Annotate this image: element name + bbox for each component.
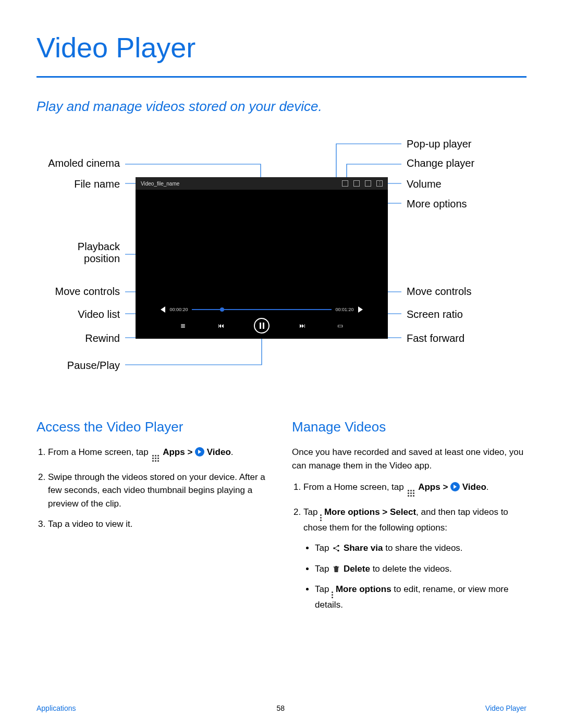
callout-playback-position: Playback position bbox=[36, 241, 120, 265]
manage-bullet-delete: Tap Delete to delete the videos. bbox=[315, 562, 527, 576]
manage-bullet-share: Tap Share via to share the videos. bbox=[315, 541, 527, 555]
footer-page-number: 58 bbox=[276, 704, 285, 712]
callout-move-controls-right: Move controls bbox=[407, 286, 472, 298]
more-options-icon bbox=[320, 514, 322, 521]
access-step-1: From a Home screen, tap Apps > Video. bbox=[48, 446, 271, 463]
footer-right: Video Player bbox=[485, 704, 527, 712]
time-current: 00:00:20 bbox=[169, 307, 188, 312]
callout-amoled-cinema: Amoled cinema bbox=[36, 157, 120, 169]
footer-left: Applications bbox=[36, 704, 76, 712]
move-controls-left-icon[interactable] bbox=[161, 306, 165, 313]
volume-icon[interactable] bbox=[365, 180, 371, 187]
manage-bullets: Tap Share via to share the videos. Tap D… bbox=[303, 541, 527, 612]
apps-icon bbox=[406, 489, 415, 498]
fast-forward-icon[interactable]: ⏭ bbox=[298, 321, 307, 330]
seek-bar[interactable] bbox=[192, 309, 331, 310]
body-columns: Access the Video Player From a Home scre… bbox=[36, 417, 527, 619]
timeline: 00:00:20 00:01:20 bbox=[161, 306, 362, 313]
share-icon bbox=[332, 544, 341, 553]
manage-intro: Once you have recorded and saved at leas… bbox=[292, 446, 527, 472]
callout-pause-play: Pause/Play bbox=[36, 360, 120, 372]
callout-change-player: Change player bbox=[407, 157, 474, 169]
callout-move-controls-left: Move controls bbox=[36, 286, 120, 298]
more-options-icon[interactable]: ⋮ bbox=[376, 180, 383, 187]
title-rule bbox=[36, 76, 527, 78]
video-player-mock: Video_file_name ⋮ 00:00:20 00:01:20 ≣ ⏮ … bbox=[136, 177, 388, 339]
svg-point-1 bbox=[337, 545, 339, 547]
video-list-icon[interactable]: ≣ bbox=[178, 321, 188, 330]
trash-icon bbox=[332, 564, 341, 574]
callout-fast-forward: Fast forward bbox=[407, 332, 464, 344]
player-top-icons: ⋮ bbox=[342, 180, 383, 187]
video-app-icon bbox=[450, 482, 460, 491]
video-app-icon bbox=[195, 447, 204, 456]
move-controls-right-icon[interactable] bbox=[358, 306, 363, 313]
manage-step-1: From a Home screen, tap Apps > Video. bbox=[303, 480, 527, 498]
col-access: Access the Video Player From a Home scre… bbox=[36, 417, 271, 619]
svg-point-2 bbox=[337, 550, 339, 551]
callout-rewind: Rewind bbox=[36, 332, 120, 344]
callout-popup-player: Pop-up player bbox=[407, 138, 472, 150]
popup-icon[interactable] bbox=[342, 180, 348, 187]
player-file-name: Video_file_name bbox=[141, 181, 342, 187]
rewind-icon[interactable]: ⏮ bbox=[216, 321, 226, 330]
player-topbar: Video_file_name ⋮ bbox=[136, 177, 388, 190]
access-step-3: Tap a video to view it. bbox=[48, 517, 271, 531]
page-subtitle: Play and manage videos stored on your de… bbox=[36, 98, 527, 115]
time-total: 00:01:20 bbox=[336, 307, 354, 312]
pause-play-button[interactable] bbox=[254, 318, 270, 334]
col-manage: Manage Videos Once you have recorded and… bbox=[292, 417, 527, 619]
change-player-icon[interactable] bbox=[353, 180, 360, 187]
manage-heading: Manage Videos bbox=[292, 417, 527, 437]
callout-more-options: More options bbox=[407, 198, 467, 210]
player-diagram: Video_file_name ⋮ 00:00:20 00:01:20 ≣ ⏮ … bbox=[36, 141, 527, 401]
screen-ratio-icon[interactable]: ▭ bbox=[336, 321, 345, 330]
apps-icon bbox=[151, 454, 160, 463]
callout-video-list: Video list bbox=[36, 309, 120, 320]
access-heading: Access the Video Player bbox=[36, 417, 271, 437]
manage-step-2: Tap More options > Select, and then tap … bbox=[303, 505, 527, 612]
access-step-2: Swipe through the videos stored on your … bbox=[48, 471, 271, 511]
callout-screen-ratio: Screen ratio bbox=[407, 309, 463, 320]
more-options-icon bbox=[332, 591, 333, 598]
controls-row: ≣ ⏮ ⏭ ▭ bbox=[178, 318, 345, 334]
page-footer: Applications 58 Video Player bbox=[36, 704, 527, 712]
svg-point-0 bbox=[333, 547, 335, 549]
manage-bullet-more: Tap More options to edit, rename, or vie… bbox=[315, 583, 527, 612]
callout-volume: Volume bbox=[407, 178, 442, 190]
access-steps: From a Home screen, tap Apps > Video. Sw… bbox=[36, 446, 271, 531]
page-title: Video Player bbox=[36, 31, 527, 64]
player-bottom-controls: 00:00:20 00:01:20 ≣ ⏮ ⏭ ▭ bbox=[136, 306, 388, 334]
callout-file-name: File name bbox=[36, 178, 120, 190]
manage-steps: From a Home screen, tap Apps > Video. Ta… bbox=[292, 480, 527, 612]
